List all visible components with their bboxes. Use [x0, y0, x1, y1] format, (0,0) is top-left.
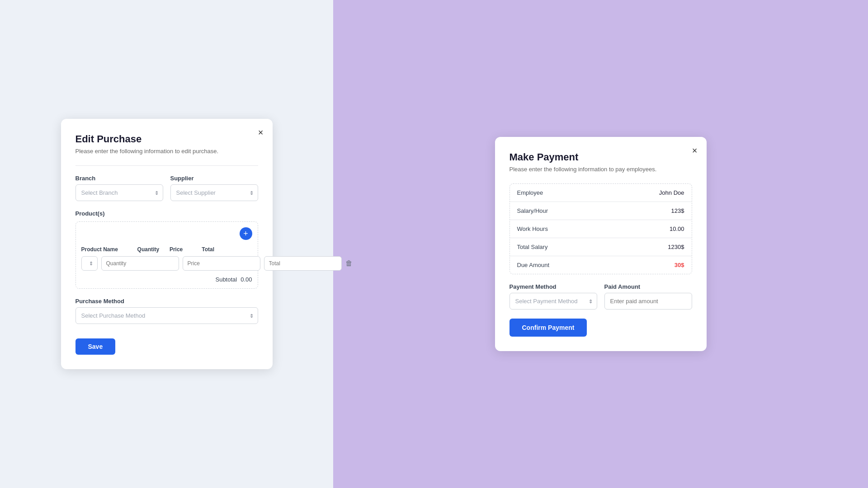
edit-purchase-modal: × Edit Purchase Please enter the followi… — [61, 119, 273, 369]
make-payment-subtitle: Please enter the following information t… — [509, 166, 692, 173]
salary-hour-value: 123$ — [671, 207, 684, 214]
confirm-payment-button[interactable]: Confirm Payment — [509, 319, 587, 337]
product-select-wrapper: Select Product ⇕ — [81, 256, 98, 271]
col-price-header: Price — [170, 246, 198, 253]
branch-select[interactable]: Select Branch — [75, 184, 163, 201]
payment-method-select-wrapper: Select Payment Method ⇕ — [509, 293, 597, 310]
work-hours-value: 10.00 — [670, 225, 684, 232]
branch-group: Branch Select Branch ⇕ — [75, 175, 163, 201]
col-product-name-header: Product Name — [81, 246, 134, 253]
delete-product-button[interactable]: 🗑 — [345, 256, 353, 271]
salary-hour-label: Salary/Hour — [517, 207, 548, 214]
make-payment-close-button[interactable]: × — [692, 146, 698, 155]
col-total-header: Total — [202, 246, 230, 253]
due-amount-value: 30$ — [675, 262, 684, 268]
supplier-label: Supplier — [170, 175, 258, 182]
salary-hour-row: Salary/Hour 123$ — [510, 202, 692, 220]
divider — [75, 165, 258, 166]
branch-select-wrapper: Select Branch ⇕ — [75, 184, 163, 201]
total-input[interactable] — [264, 256, 342, 271]
paid-amount-input[interactable] — [604, 293, 692, 310]
payment-fields-row: Payment Method Select Payment Method ⇕ P… — [509, 283, 692, 310]
purchase-method-group: Purchase Method Select Purchase Method ⇕ — [75, 298, 258, 324]
make-payment-title: Make Payment — [509, 151, 692, 163]
payment-method-label: Payment Method — [509, 283, 597, 290]
purchase-method-label: Purchase Method — [75, 298, 258, 305]
product-select[interactable]: Select Product — [81, 256, 98, 271]
add-product-button[interactable]: + — [240, 227, 252, 240]
payment-method-group: Payment Method Select Payment Method ⇕ — [509, 283, 597, 310]
employee-row: Employee John Doe — [510, 184, 692, 202]
products-section: Product(s) + Product Name Quantity Price… — [75, 210, 258, 289]
purchase-method-select-wrapper: Select Purchase Method ⇕ — [75, 307, 258, 324]
price-input[interactable] — [183, 256, 260, 271]
branch-supplier-row: Branch Select Branch ⇕ Supplier Select S… — [75, 175, 258, 201]
col-quantity-header: Quantity — [137, 246, 166, 253]
products-container: + Product Name Quantity Price Total Sele… — [75, 221, 258, 289]
supplier-group: Supplier Select Supplier ⇕ — [170, 175, 258, 201]
quantity-input[interactable] — [101, 256, 179, 271]
total-salary-label: Total Salary — [517, 244, 548, 250]
product-row: Select Product ⇕ 🗑 — [81, 256, 252, 271]
payment-method-select[interactable]: Select Payment Method — [509, 293, 597, 310]
purchase-method-select[interactable]: Select Purchase Method — [75, 307, 258, 324]
save-button[interactable]: Save — [75, 338, 116, 355]
subtotal-label: Subtotal — [215, 276, 237, 283]
edit-purchase-subtitle: Please enter the following information t… — [75, 148, 258, 155]
subtotal-row: Subtotal 0.00 — [81, 274, 252, 283]
employee-value: John Doe — [659, 189, 684, 196]
right-panel: × Make Payment Please enter the followin… — [333, 0, 868, 488]
supplier-select-wrapper: Select Supplier ⇕ — [170, 184, 258, 201]
products-table-header: Product Name Quantity Price Total — [81, 246, 252, 253]
edit-purchase-title: Edit Purchase — [75, 133, 258, 145]
edit-purchase-close-button[interactable]: × — [258, 128, 264, 137]
work-hours-label: Work Hours — [517, 225, 548, 232]
branch-label: Branch — [75, 175, 163, 182]
products-label: Product(s) — [75, 210, 258, 217]
due-amount-row: Due Amount 30$ — [510, 256, 692, 274]
make-payment-modal: × Make Payment Please enter the followin… — [495, 137, 707, 351]
paid-amount-group: Paid Amount — [604, 283, 692, 310]
paid-amount-label: Paid Amount — [604, 283, 692, 290]
employee-label: Employee — [517, 189, 543, 196]
supplier-select[interactable]: Select Supplier — [170, 184, 258, 201]
due-amount-label: Due Amount — [517, 262, 550, 268]
subtotal-value: 0.00 — [241, 276, 252, 283]
payment-info-table: Employee John Doe Salary/Hour 123$ Work … — [509, 183, 692, 274]
left-panel: × Edit Purchase Please enter the followi… — [0, 0, 333, 488]
total-salary-row: Total Salary 1230$ — [510, 238, 692, 256]
work-hours-row: Work Hours 10.00 — [510, 220, 692, 238]
total-salary-value: 1230$ — [668, 244, 684, 250]
